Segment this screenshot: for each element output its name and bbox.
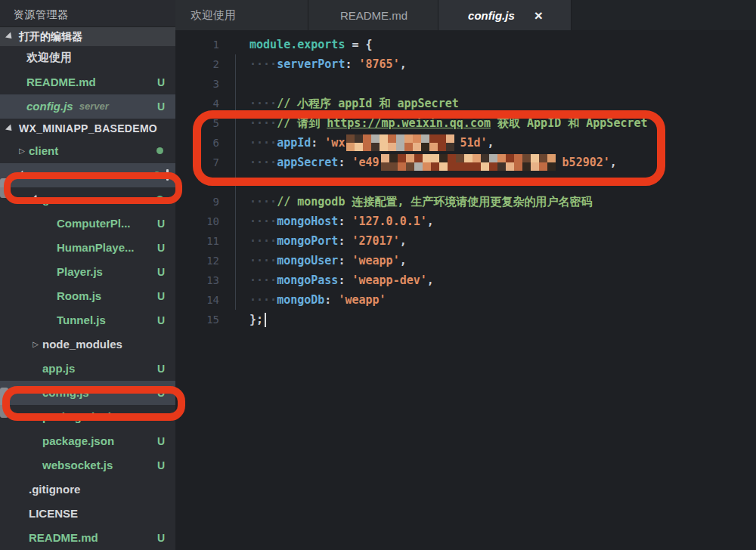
sidebar-item-computerplayer-js[interactable]: ComputerPl...U [0, 212, 175, 236]
chevron-expanded-icon [15, 172, 29, 178]
sidebar-item-package-json[interactable]: package.jsonU [0, 429, 175, 453]
code-line-8[interactable]: 8 [175, 172, 756, 192]
sidebar-item-game[interactable]: game [0, 187, 175, 212]
line-number[interactable]: 12 [175, 255, 219, 267]
open-editors-label: 打开的编辑器 [19, 30, 82, 44]
line-number[interactable]: 14 [175, 294, 219, 306]
tab-label: config.js [468, 9, 515, 22]
tab-config-js[interactable]: config.js× [438, 0, 572, 30]
chevron-right-icon: ▷ [29, 340, 42, 348]
sidebar-item-room-js[interactable]: Room.jsU [0, 284, 175, 308]
git-status-badge: U [157, 532, 165, 544]
sidebar-item-readme-md-root[interactable]: README.mdU [0, 526, 175, 550]
line-number[interactable]: 7 [175, 156, 219, 168]
code-line-1[interactable]: 1module.exports = { [175, 35, 756, 54]
chevron-right-icon: ▷ [15, 147, 29, 155]
git-status-badge: U [157, 290, 165, 302]
item-label: game [42, 193, 72, 205]
chevron-expanded-icon [5, 124, 14, 133]
modified-dot [153, 171, 160, 178]
open-editors-header[interactable]: 打开的编辑器 [0, 26, 175, 45]
indent-guide [235, 54, 236, 310]
code-line-5[interactable]: 5····// 请到 https://mp.weixin.qq.com 获取 A… [175, 113, 756, 133]
item-label: HumanPlaye... [57, 241, 135, 254]
sidebar-item-license[interactable]: LICENSE [0, 502, 175, 526]
project-root-header[interactable]: WX_MINIAPP_BASEDEMO [0, 119, 175, 139]
git-status-badge: U [157, 242, 165, 254]
editor[interactable]: 1module.exports = {2····serverPort: '876… [175, 30, 756, 550]
item-label: config.js [42, 386, 89, 399]
text-cursor [265, 313, 266, 327]
code-line-6[interactable]: 6····appId: 'wx51d', [175, 133, 756, 153]
code-line-4[interactable]: 4····// 小程序 appId 和 appSecret [175, 94, 756, 113]
git-status-badge: U [157, 100, 165, 113]
item-label: README.md [26, 76, 96, 88]
code-line-3[interactable]: 3 [175, 74, 756, 94]
sidebar-item-app-js[interactable]: app.jsU [0, 357, 175, 381]
tab-label: README.md [340, 9, 407, 22]
sidebar-item-readme-md[interactable]: README.mdU [0, 70, 175, 94]
modified-dot [156, 147, 163, 154]
sidebar-item-player-js[interactable]: Player.jsU [0, 260, 175, 284]
item-label: config.js [26, 100, 73, 113]
item-label: server [29, 168, 63, 181]
line-number[interactable]: 8 [175, 176, 219, 188]
item-label: ComputerPl... [57, 217, 131, 230]
sidebar-item-gitignore[interactable]: .gitignore [0, 477, 175, 502]
item-label: package-lock.... [42, 410, 127, 423]
line-number[interactable]: 9 [175, 196, 219, 208]
tab-welcome[interactable]: 欢迎使用 [175, 0, 308, 30]
git-status-badge: U [157, 411, 165, 423]
sidebar-item-config-js-server[interactable]: config.jsserverU [0, 94, 175, 119]
explorer-title: 资源管理器 [0, 0, 175, 26]
tab-label: 欢迎使用 [191, 8, 236, 23]
sidebar-item-humanplayer-js[interactable]: HumanPlaye...U [0, 236, 175, 260]
line-number[interactable]: 10 [175, 215, 219, 227]
git-status-badge: U [157, 459, 165, 471]
code-line-15[interactable]: 15}; [175, 310, 756, 329]
chevron-expanded-icon [29, 196, 42, 202]
sidebar-item-websocket-js[interactable]: websocket.jsU [0, 453, 175, 477]
code-line-10[interactable]: 10····mongoHost: '127.0.0.1', [175, 212, 756, 231]
code-line-11[interactable]: 11····mongoPort: '27017', [175, 231, 756, 251]
close-icon[interactable]: × [534, 8, 543, 23]
git-status-badge: U [157, 76, 165, 88]
line-number[interactable]: 5 [175, 117, 219, 129]
item-label: README.md [29, 531, 98, 544]
code-line-12[interactable]: 12····mongoUser: 'weapp', [175, 251, 756, 270]
line-number[interactable]: 4 [175, 97, 219, 110]
item-label: websocket.js [42, 459, 113, 471]
code-line-9[interactable]: 9····// mongodb 连接配置, 生产环境请使用更复杂的用户名密码 [175, 192, 756, 212]
code-line-14[interactable]: 14····mongoDb: 'weapp' [175, 290, 756, 310]
line-number[interactable]: 1 [175, 39, 219, 51]
line-number[interactable]: 15 [175, 314, 219, 326]
code-line-13[interactable]: 13····mongoPass: 'weapp-dev', [175, 270, 756, 290]
line-number[interactable]: 11 [175, 235, 219, 247]
git-status-badge: U [157, 363, 165, 375]
chevron-expanded-icon [5, 32, 14, 42]
tab-readme-md[interactable]: README.md [308, 0, 438, 30]
item-label: Player.js [57, 265, 103, 278]
sidebar-item-server[interactable]: server [0, 163, 175, 187]
code-line-2[interactable]: 2····serverPort: '8765', [175, 54, 756, 74]
vscode-window: 资源管理器 打开的编辑器 欢迎使用README.mdUconfig.jsserv… [0, 0, 756, 550]
sidebar-item-package-lock-json[interactable]: package-lock....U [0, 405, 175, 429]
artifact-bar [166, 169, 169, 181]
git-status-badge: U [157, 314, 165, 326]
sidebar-item-tunnel-js[interactable]: Tunnel.jsU [0, 308, 175, 332]
item-label: package.json [42, 434, 114, 447]
line-number[interactable]: 3 [175, 78, 219, 90]
sidebar-item-welcome[interactable]: 欢迎使用 [0, 46, 175, 70]
sidebar-item-config-js[interactable]: config.jsU [0, 381, 175, 405]
sidebar-item-node-modules[interactable]: ▷node_modules [0, 332, 175, 357]
code-line-7[interactable]: 7····appSecret: 'e49b52902', [175, 153, 756, 172]
line-number[interactable]: 6 [175, 137, 219, 149]
item-label: client [29, 144, 58, 157]
line-number[interactable]: 2 [175, 58, 219, 70]
open-editors-list: 欢迎使用README.mdUconfig.jsserverU [0, 46, 175, 119]
git-status-badge: U [157, 435, 165, 447]
item-label: LICENSE [29, 507, 78, 520]
sidebar-item-client[interactable]: ▷client [0, 139, 175, 163]
code-lines: 1module.exports = {2····serverPort: '876… [175, 35, 756, 329]
line-number[interactable]: 13 [175, 274, 219, 286]
